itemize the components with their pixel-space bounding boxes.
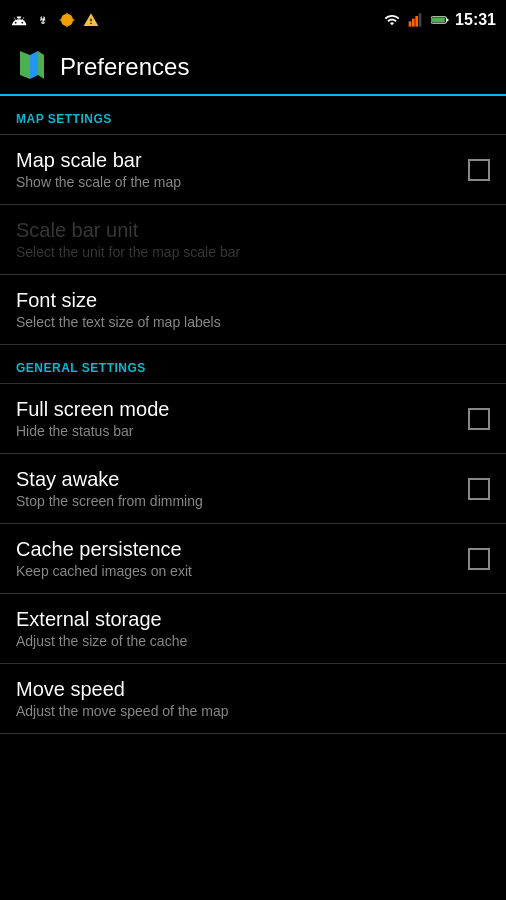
- android-icon: [10, 11, 28, 29]
- status-bar-left-icons: [10, 11, 100, 29]
- pref-title-stay-awake: Stay awake: [16, 468, 456, 491]
- usb-icon: [34, 11, 52, 29]
- pref-title-move-speed: Move speed: [16, 678, 490, 701]
- gear-icon: [58, 11, 76, 29]
- divider-move-speed: [0, 733, 506, 734]
- pref-text-external-storage: External storageAdjust the size of the c…: [16, 608, 490, 649]
- pref-subtitle-stay-awake: Stop the screen from dimming: [16, 493, 456, 509]
- svg-rect-5: [447, 19, 449, 22]
- preferences-content: MAP SETTINGSMap scale barShow the scale …: [0, 96, 506, 734]
- battery-icon: [431, 11, 449, 29]
- checkbox-cache-persistence[interactable]: [468, 548, 490, 570]
- pref-item-stay-awake[interactable]: Stay awakeStop the screen from dimming: [0, 454, 506, 523]
- pref-title-scale-bar-unit: Scale bar unit: [16, 219, 490, 242]
- pref-subtitle-cache-persistence: Keep cached images on exit: [16, 563, 456, 579]
- pref-subtitle-map-scale-bar: Show the scale of the map: [16, 174, 456, 190]
- svg-rect-1: [412, 19, 415, 27]
- status-bar-right-icons: 15:31: [383, 11, 496, 29]
- pref-title-font-size: Font size: [16, 289, 490, 312]
- pref-item-move-speed[interactable]: Move speedAdjust the move speed of the m…: [0, 664, 506, 733]
- status-time: 15:31: [455, 11, 496, 29]
- pref-title-external-storage: External storage: [16, 608, 490, 631]
- section-header-general-settings: GENERAL SETTINGS: [0, 345, 506, 383]
- app-icon: [16, 49, 48, 85]
- pref-subtitle-font-size: Select the text size of map labels: [16, 314, 490, 330]
- signal-strength-icon: [407, 11, 425, 29]
- pref-title-map-scale-bar: Map scale bar: [16, 149, 456, 172]
- pref-title-full-screen-mode: Full screen mode: [16, 398, 456, 421]
- pref-text-scale-bar-unit: Scale bar unitSelect the unit for the ma…: [16, 219, 490, 260]
- pref-text-cache-persistence: Cache persistenceKeep cached images on e…: [16, 538, 456, 579]
- top-app-bar: Preferences: [0, 40, 506, 96]
- pref-subtitle-move-speed: Adjust the move speed of the map: [16, 703, 490, 719]
- pref-item-font-size[interactable]: Font sizeSelect the text size of map lab…: [0, 275, 506, 344]
- pref-item-map-scale-bar[interactable]: Map scale barShow the scale of the map: [0, 135, 506, 204]
- svg-marker-8: [30, 51, 38, 79]
- pref-text-move-speed: Move speedAdjust the move speed of the m…: [16, 678, 490, 719]
- pref-title-cache-persistence: Cache persistence: [16, 538, 456, 561]
- pref-subtitle-external-storage: Adjust the size of the cache: [16, 633, 490, 649]
- status-bar: 15:31: [0, 0, 506, 40]
- pref-item-full-screen-mode[interactable]: Full screen modeHide the status bar: [0, 384, 506, 453]
- svg-marker-7: [20, 51, 30, 79]
- checkbox-stay-awake[interactable]: [468, 478, 490, 500]
- pref-text-stay-awake: Stay awakeStop the screen from dimming: [16, 468, 456, 509]
- pref-item-cache-persistence[interactable]: Cache persistenceKeep cached images on e…: [0, 524, 506, 593]
- section-header-map-settings: MAP SETTINGS: [0, 96, 506, 134]
- svg-rect-3: [419, 13, 422, 26]
- pref-subtitle-scale-bar-unit: Select the unit for the map scale bar: [16, 244, 490, 260]
- pref-item-external-storage[interactable]: External storageAdjust the size of the c…: [0, 594, 506, 663]
- pref-subtitle-full-screen-mode: Hide the status bar: [16, 423, 456, 439]
- warning-icon: [82, 11, 100, 29]
- svg-rect-0: [409, 21, 412, 26]
- pref-text-font-size: Font sizeSelect the text size of map lab…: [16, 289, 490, 330]
- pref-text-full-screen-mode: Full screen modeHide the status bar: [16, 398, 456, 439]
- pref-text-map-scale-bar: Map scale barShow the scale of the map: [16, 149, 456, 190]
- wifi-icon: [383, 11, 401, 29]
- svg-rect-2: [415, 16, 418, 27]
- checkbox-map-scale-bar[interactable]: [468, 159, 490, 181]
- pref-item-scale-bar-unit: Scale bar unitSelect the unit for the ma…: [0, 205, 506, 274]
- svg-rect-6: [432, 18, 445, 23]
- page-title: Preferences: [60, 53, 189, 81]
- checkbox-full-screen-mode[interactable]: [468, 408, 490, 430]
- svg-marker-9: [38, 51, 44, 79]
